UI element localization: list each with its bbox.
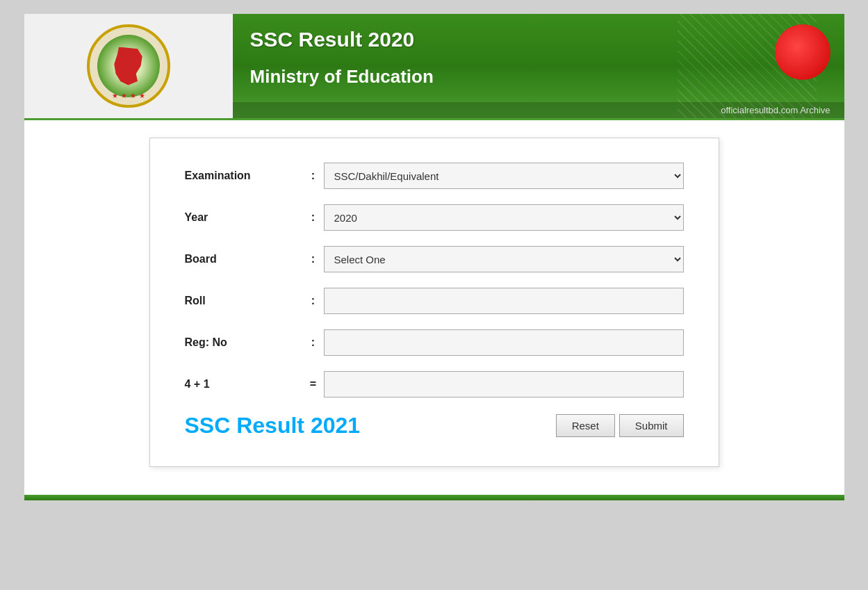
emblem: ★ ★ ★ ★ <box>87 24 170 108</box>
emblem-inner <box>97 35 160 97</box>
board-colon: : <box>303 253 324 265</box>
star-icon: ★ <box>139 92 145 99</box>
reg-no-input[interactable] <box>324 329 684 356</box>
reg-no-colon: : <box>303 336 324 349</box>
examination-select[interactable]: SSC/Dakhil/Equivalent HSC/Alim/Equivalen… <box>324 163 684 189</box>
examination-control: SSC/Dakhil/Equivalent HSC/Alim/Equivalen… <box>324 163 684 189</box>
content-area: Examination : SSC/Dakhil/Equivalent HSC/… <box>24 120 844 481</box>
board-control: Select One Dhaka Chittagong Rajshahi Syl… <box>324 246 684 272</box>
year-control: 2020 2019 2018 2017 <box>324 204 684 231</box>
emblem-map <box>113 47 144 85</box>
banner: SSC Result 2020 Ministry of Education of… <box>233 14 844 118</box>
bottom-bar <box>24 495 844 500</box>
roll-input[interactable] <box>324 288 684 314</box>
board-row: Board : Select One Dhaka Chittagong Rajs… <box>185 246 684 272</box>
board-select[interactable]: Select One Dhaka Chittagong Rajshahi Syl… <box>324 246 684 272</box>
star-icon: ★ <box>121 92 127 99</box>
header: ★ ★ ★ ★ SSC Result 2020 Ministry of Educ… <box>24 14 844 120</box>
star-icon: ★ <box>130 92 136 99</box>
roll-label: Roll <box>185 295 303 307</box>
promo-text: SSC Result 2021 <box>185 413 556 439</box>
submit-button[interactable]: Submit <box>619 414 684 437</box>
captcha-equals: = <box>303 378 324 391</box>
year-row: Year : 2020 2019 2018 2017 <box>185 204 684 231</box>
reg-no-control <box>324 329 684 356</box>
reg-no-label: Reg: No <box>185 336 303 349</box>
examination-colon: : <box>303 170 324 182</box>
captcha-label: 4 + 1 <box>185 378 303 391</box>
captcha-row: 4 + 1 = <box>185 371 684 398</box>
roll-colon: : <box>303 295 324 307</box>
board-label: Board <box>185 253 303 265</box>
year-colon: : <box>303 211 324 224</box>
examination-row: Examination : SSC/Dakhil/Equivalent HSC/… <box>185 163 684 189</box>
reset-button[interactable]: Reset <box>556 414 615 437</box>
captcha-control <box>324 371 684 398</box>
year-select[interactable]: 2020 2019 2018 2017 <box>324 204 684 231</box>
banner-circle <box>775 24 830 80</box>
form-card: Examination : SSC/Dakhil/Equivalent HSC/… <box>149 138 719 467</box>
emblem-stars: ★ ★ ★ ★ <box>112 92 145 99</box>
roll-row: Roll : <box>185 288 684 314</box>
logo-area: ★ ★ ★ ★ <box>24 14 233 118</box>
year-label: Year <box>185 211 303 224</box>
buttons-row: SSC Result 2021 Reset Submit <box>185 413 684 439</box>
captcha-input[interactable] <box>324 371 684 398</box>
page-wrapper: ★ ★ ★ ★ SSC Result 2020 Ministry of Educ… <box>24 14 844 500</box>
roll-control <box>324 288 684 314</box>
reg-no-row: Reg: No : <box>185 329 684 356</box>
examination-label: Examination <box>185 170 303 182</box>
star-icon: ★ <box>112 92 118 99</box>
